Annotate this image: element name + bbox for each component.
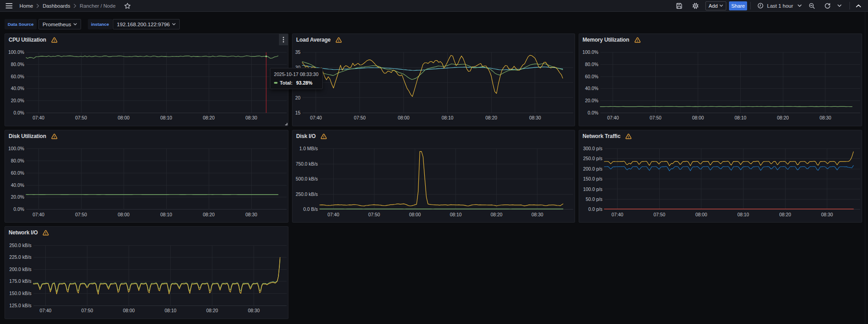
svg-text:08:00: 08:00: [695, 212, 707, 217]
svg-text:08:10: 08:10: [450, 212, 461, 217]
svg-text:08:20: 08:20: [777, 115, 789, 120]
svg-text:07:50: 07:50: [649, 115, 661, 120]
svg-text:50.0 p/s: 50.0 p/s: [585, 197, 602, 202]
svg-text:175.0 kB/s: 175.0 kB/s: [9, 279, 31, 284]
svg-text:200.0 kB/s: 200.0 kB/s: [9, 267, 31, 272]
svg-text:20.0%: 20.0%: [11, 98, 24, 103]
svg-text:08:20: 08:20: [206, 308, 218, 313]
svg-text:20: 20: [295, 95, 301, 100]
svg-text:07:50: 07:50: [81, 308, 93, 313]
svg-text:08:00: 08:00: [118, 115, 129, 120]
svg-text:07:40: 07:40: [327, 212, 339, 217]
svg-text:80.0%: 80.0%: [11, 158, 24, 163]
svg-text:08:10: 08:10: [734, 115, 746, 120]
svg-text:150.0 kB/s: 150.0 kB/s: [9, 291, 31, 296]
svg-text:20.0%: 20.0%: [11, 195, 24, 200]
svg-text:40.0%: 40.0%: [585, 86, 598, 91]
svg-text:08:10: 08:10: [737, 212, 749, 217]
svg-text:80.0%: 80.0%: [11, 62, 24, 67]
svg-text:100.0 p/s: 100.0 p/s: [583, 187, 602, 192]
svg-text:07:50: 07:50: [75, 115, 87, 120]
svg-text:150.0 p/s: 150.0 p/s: [583, 176, 602, 181]
svg-text:08:00: 08:00: [123, 308, 134, 313]
svg-text:250.0 kB/s: 250.0 kB/s: [296, 192, 318, 197]
svg-text:125.0 kB/s: 125.0 kB/s: [9, 303, 31, 308]
svg-text:200.0 p/s: 200.0 p/s: [583, 167, 602, 172]
svg-text:60.0%: 60.0%: [11, 171, 24, 176]
svg-text:08:20: 08:20: [485, 115, 497, 120]
svg-text:08:20: 08:20: [779, 212, 791, 217]
svg-text:225.0 kB/s: 225.0 kB/s: [9, 255, 31, 260]
svg-text:0.0%: 0.0%: [14, 110, 24, 115]
svg-text:20.0%: 20.0%: [585, 98, 598, 103]
svg-text:100.0%: 100.0%: [8, 50, 24, 55]
svg-text:08:00: 08:00: [398, 115, 409, 120]
svg-text:08:30: 08:30: [245, 115, 257, 120]
svg-text:07:40: 07:40: [611, 212, 623, 217]
svg-text:08:20: 08:20: [203, 115, 215, 120]
svg-text:60.0%: 60.0%: [11, 74, 24, 79]
svg-text:60.0%: 60.0%: [585, 74, 598, 79]
svg-text:08:00: 08:00: [409, 212, 421, 217]
svg-text:40.0%: 40.0%: [11, 86, 24, 91]
svg-text:08:00: 08:00: [118, 212, 129, 217]
svg-text:750.0 kB/s: 750.0 kB/s: [296, 162, 318, 167]
svg-text:08:00: 08:00: [692, 115, 704, 120]
svg-text:40.0%: 40.0%: [11, 183, 24, 188]
svg-text:0.0 p/s: 0.0 p/s: [588, 207, 602, 212]
svg-text:07:40: 07:40: [310, 115, 322, 120]
svg-text:1.0 MB/s: 1.0 MB/s: [299, 146, 318, 151]
svg-text:08:30: 08:30: [245, 212, 257, 217]
svg-text:500.0 kB/s: 500.0 kB/s: [296, 176, 318, 181]
svg-text:0.0 B/s: 0.0 B/s: [303, 207, 318, 212]
svg-text:15: 15: [295, 110, 301, 115]
svg-text:0.0%: 0.0%: [587, 110, 598, 115]
svg-text:08:10: 08:10: [160, 115, 172, 120]
svg-text:250.0 p/s: 250.0 p/s: [583, 156, 602, 161]
svg-text:0.0%: 0.0%: [14, 207, 24, 212]
svg-text:07:40: 07:40: [39, 308, 51, 313]
svg-text:300.0 p/s: 300.0 p/s: [583, 146, 602, 151]
svg-text:08:10: 08:10: [160, 212, 172, 217]
svg-text:07:50: 07:50: [75, 212, 87, 217]
svg-text:07:50: 07:50: [653, 212, 665, 217]
svg-text:08:30: 08:30: [821, 212, 833, 217]
svg-text:08:30: 08:30: [532, 212, 543, 217]
svg-text:07:40: 07:40: [33, 115, 44, 120]
svg-text:07:40: 07:40: [33, 212, 44, 217]
svg-text:35: 35: [295, 50, 301, 55]
svg-text:07:50: 07:50: [354, 115, 366, 120]
svg-text:07:40: 07:40: [607, 115, 619, 120]
svg-text:08:20: 08:20: [203, 212, 215, 217]
svg-text:100.0%: 100.0%: [8, 146, 24, 151]
svg-text:07:50: 07:50: [368, 212, 380, 217]
svg-text:08:30: 08:30: [529, 115, 541, 120]
svg-text:100.0%: 100.0%: [582, 50, 598, 55]
svg-text:08:20: 08:20: [491, 212, 503, 217]
svg-text:80.0%: 80.0%: [585, 62, 598, 67]
svg-text:08:10: 08:10: [441, 115, 453, 120]
svg-text:250.0 kB/s: 250.0 kB/s: [9, 243, 31, 248]
svg-text:08:30: 08:30: [819, 115, 831, 120]
svg-text:08:30: 08:30: [248, 308, 259, 313]
svg-text:08:10: 08:10: [164, 308, 176, 313]
